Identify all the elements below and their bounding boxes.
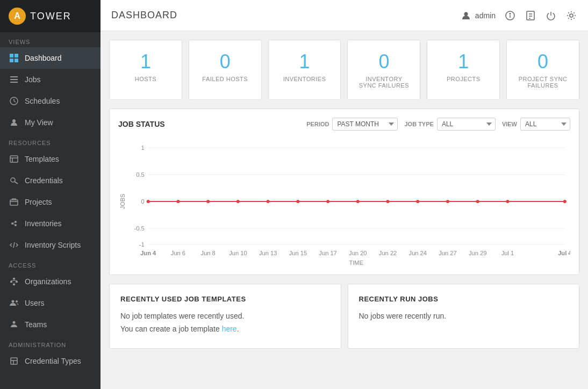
docs-icon[interactable] <box>525 10 536 21</box>
svg-point-10 <box>12 119 16 123</box>
svg-point-61 <box>176 200 180 203</box>
credentials-icon <box>9 175 19 186</box>
recently-used-templates-card: RECENTLY USED JOB TEMPLATES No job templ… <box>109 284 341 349</box>
chart-svg: 1 0.5 0 -0.5 -1 JOBS <box>118 137 570 266</box>
svg-point-70 <box>446 200 449 203</box>
svg-point-33 <box>16 300 18 302</box>
inventory-sync-failures-label: INVENTORYSYNC FAILURES <box>356 76 411 89</box>
svg-text:Jun 4: Jun 4 <box>140 250 156 256</box>
sidebar-item-organizations-label: Organizations <box>25 277 71 286</box>
svg-rect-25 <box>16 281 18 283</box>
organizations-icon <box>9 276 19 287</box>
sidebar-item-organizations[interactable]: Organizations <box>0 271 101 292</box>
sidebar-item-jobs-label: Jobs <box>25 75 41 84</box>
period-select[interactable]: PAST MONTH PAST WEEK PAST 2 WEEKS <box>332 118 398 131</box>
logo-icon: A <box>9 8 26 25</box>
stat-card-project-sync-failures[interactable]: 0 PROJECT SYNCFAILURES <box>506 40 579 100</box>
topbar: DASHBOARD admin <box>101 0 588 31</box>
recently-used-templates-title: RECENTLY USED JOB TEMPLATES <box>120 295 330 303</box>
teams-icon <box>9 319 19 330</box>
administration-section-label: ADMINISTRATION <box>0 335 101 350</box>
svg-point-72 <box>506 200 509 203</box>
views-section-label: VIEWS <box>0 32 101 47</box>
svg-text:Jun 27: Jun 27 <box>439 250 456 256</box>
svg-line-22 <box>13 242 15 248</box>
project-sync-failures-label: PROJECT SYNCFAILURES <box>515 76 570 89</box>
job-type-label: JOB TYPE <box>404 121 433 127</box>
svg-line-9 <box>14 101 16 102</box>
svg-text:Jun 13: Jun 13 <box>259 250 277 256</box>
view-select[interactable]: ALL Successful Failed <box>520 118 570 131</box>
stat-card-projects[interactable]: 1 PROJECTS <box>427 40 500 100</box>
stat-card-inventory-sync-failures[interactable]: 0 INVENTORYSYNC FAILURES <box>347 40 420 100</box>
svg-point-64 <box>267 200 270 203</box>
job-status-filters: PERIOD PAST MONTH PAST WEEK PAST 2 WEEKS… <box>306 118 570 131</box>
sidebar-item-inventories-label: Inventories <box>25 219 61 228</box>
sidebar-item-inventory-scripts[interactable]: Inventory Scripts <box>0 234 101 256</box>
svg-rect-2 <box>10 59 13 62</box>
sidebar-item-inventories[interactable]: Inventories <box>0 213 101 234</box>
svg-point-67 <box>356 200 360 203</box>
sidebar-item-dashboard-label: Dashboard <box>25 54 62 62</box>
svg-rect-3 <box>15 59 18 62</box>
job-status-card: JOB STATUS PERIOD PAST MONTH PAST WEEK P… <box>109 109 579 275</box>
svg-rect-16 <box>10 200 18 205</box>
projects-icon <box>9 197 19 207</box>
topbar-actions: admin <box>460 10 577 21</box>
settings-icon[interactable] <box>565 10 577 21</box>
sidebar-item-credentials[interactable]: Credentials <box>0 170 101 191</box>
sidebar-item-templates[interactable]: Templates <box>0 148 101 170</box>
stat-card-hosts[interactable]: 1 HOSTS <box>109 40 182 100</box>
create-template-link[interactable]: here <box>222 325 237 333</box>
period-filter: PERIOD PAST MONTH PAST WEEK PAST 2 WEEKS <box>306 118 398 131</box>
sidebar-item-myview-label: My View <box>25 118 53 127</box>
power-icon[interactable] <box>545 10 557 21</box>
sidebar-item-projects[interactable]: Projects <box>0 191 101 213</box>
svg-text:Jun 15: Jun 15 <box>289 250 307 256</box>
sidebar-item-schedules-label: Schedules <box>25 97 60 105</box>
svg-text:TIME: TIME <box>349 260 363 266</box>
recently-used-templates-create: You can create a job template here. <box>120 325 330 333</box>
job-status-chart: 1 0.5 0 -0.5 -1 JOBS <box>118 137 570 266</box>
svg-point-71 <box>476 200 479 203</box>
sidebar-item-jobs[interactable]: Jobs <box>0 69 101 90</box>
projects-label: PROJECTS <box>436 76 491 82</box>
user-menu[interactable]: admin <box>460 10 496 21</box>
svg-text:Jun 20: Jun 20 <box>349 250 367 256</box>
svg-point-18 <box>15 221 17 223</box>
sidebar-item-credential-types[interactable]: Credential Types <box>0 350 101 372</box>
info-icon[interactable] <box>504 10 516 21</box>
resources-section-label: RESOURCES <box>0 133 101 148</box>
jobs-icon <box>9 74 19 85</box>
svg-rect-24 <box>10 281 12 283</box>
job-type-select[interactable]: ALL Playbook Run SCM Update <box>437 118 496 131</box>
recently-run-jobs-title: RECENTLY RUN JOBS <box>359 295 569 303</box>
schedules-icon <box>9 96 19 106</box>
sidebar-item-schedules[interactable]: Schedules <box>0 90 101 112</box>
inventories-label: INVENTORIES <box>277 76 332 82</box>
svg-text:Jul 4: Jul 4 <box>558 250 570 256</box>
sidebar-item-teams[interactable]: Teams <box>0 314 101 335</box>
svg-rect-0 <box>10 54 13 57</box>
inventories-icon <box>9 218 19 229</box>
main-content: DASHBOARD admin <box>101 0 588 389</box>
svg-point-38 <box>464 12 468 16</box>
sidebar-item-dashboard[interactable]: Dashboard <box>0 47 101 69</box>
svg-point-17 <box>11 222 13 225</box>
sidebar-item-inventory-scripts-label: Inventory Scripts <box>25 241 81 249</box>
sidebar-item-myview[interactable]: My View <box>0 112 101 133</box>
svg-text:Jun 24: Jun 24 <box>409 250 427 256</box>
stat-card-inventories[interactable]: 1 INVENTORIES <box>268 40 341 100</box>
failed-hosts-count: 0 <box>198 51 253 73</box>
dashboard-content: 1 HOSTS 0 FAILED HOSTS 1 INVENTORIES 0 I… <box>101 31 588 389</box>
projects-count: 1 <box>436 51 491 73</box>
stats-row: 1 HOSTS 0 FAILED HOSTS 1 INVENTORIES 0 I… <box>109 40 579 100</box>
dashboard-icon <box>9 53 19 63</box>
sidebar-item-teams-label: Teams <box>25 320 47 329</box>
svg-text:1: 1 <box>141 145 144 151</box>
sidebar-item-users-label: Users <box>25 299 45 307</box>
stat-card-failed-hosts[interactable]: 0 FAILED HOSTS <box>189 40 262 100</box>
access-section-label: ACCESS <box>0 256 101 271</box>
sidebar-item-users[interactable]: Users <box>0 292 101 314</box>
svg-point-34 <box>13 321 16 324</box>
